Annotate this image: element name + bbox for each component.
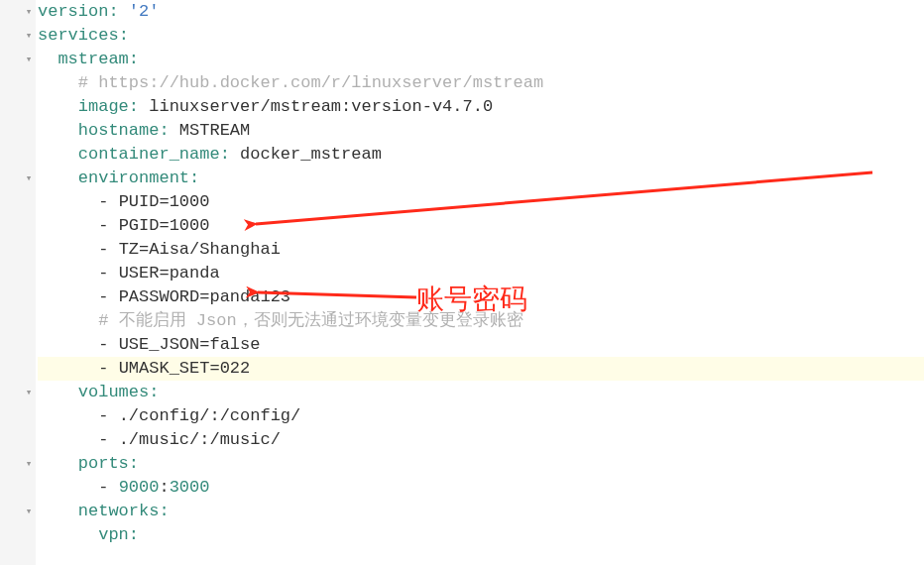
port-host: 9000 (119, 478, 160, 497)
fold-marker-icon[interactable]: ▾ (22, 24, 36, 48)
yaml-key: version (38, 2, 108, 21)
yaml-key: hostname (78, 121, 160, 140)
env-var: USE_JSON=false (119, 335, 261, 354)
yaml-key: mstream (58, 50, 128, 68)
code-editor: ▾ ▾ ▾ ▾ ▾ ▾ ▾ version: '2' services: mst… (0, 0, 924, 565)
env-var: PUID=1000 (119, 192, 210, 211)
fold-marker-icon[interactable]: ▾ (22, 0, 36, 24)
yaml-key: volumes (78, 383, 149, 401)
code-line: networks: (38, 500, 924, 523)
fold-marker-icon (22, 143, 36, 167)
code-line: - PGID=1000 (38, 214, 924, 238)
line-number-gutter (0, 0, 22, 565)
code-line: mstream: (38, 48, 924, 71)
volume-mapping: ./music/:/music/ (119, 430, 281, 449)
code-line: - PUID=1000 (38, 190, 924, 214)
code-line: # https://hub.docker.com/r/linuxserver/m… (38, 71, 924, 95)
fold-marker-icon (22, 523, 36, 547)
code-line: - TZ=Aisa/Shanghai (38, 238, 924, 262)
fold-marker-icon (22, 428, 36, 452)
fold-marker-icon (22, 71, 36, 95)
env-var: PASSWORD=panda123 (119, 287, 290, 306)
yaml-key: services (38, 26, 119, 45)
yaml-value: '2' (129, 2, 160, 21)
fold-marker-icon (22, 238, 36, 262)
code-line: version: '2' (38, 0, 924, 24)
fold-marker-icon (22, 214, 36, 238)
annotation-label: 账号密码 (416, 287, 527, 311)
code-line: services: (38, 24, 924, 48)
fold-marker-icon (22, 190, 36, 214)
fold-marker-icon (22, 95, 36, 119)
env-var: USER=panda (119, 264, 220, 282)
fold-marker-icon (22, 285, 36, 309)
fold-marker-icon (22, 476, 36, 500)
yaml-key: image (78, 97, 129, 116)
fold-marker-icon (22, 404, 36, 428)
code-line: image: linuxserver/mstream:version-v4.7.… (38, 95, 924, 119)
env-var: PGID=1000 (119, 216, 210, 235)
code-area[interactable]: version: '2' services: mstream: # https:… (36, 0, 924, 565)
fold-gutter: ▾ ▾ ▾ ▾ ▾ ▾ ▾ (22, 0, 36, 565)
code-line-highlighted: - UMASK_SET=022 (38, 357, 924, 381)
fold-marker-icon[interactable]: ▾ (22, 452, 36, 476)
yaml-value: linuxserver/mstream:version-v4.7.0 (149, 97, 493, 116)
yaml-key: ports (78, 454, 129, 473)
yaml-key: container_name (78, 145, 220, 164)
code-line: hostname: MSTREAM (38, 119, 924, 143)
yaml-value: MSTREAM (179, 121, 250, 140)
fold-marker-icon[interactable]: ▾ (22, 167, 36, 190)
yaml-value: docker_mstream (240, 145, 382, 164)
fold-marker-icon (22, 357, 36, 381)
fold-marker-icon[interactable]: ▾ (22, 381, 36, 404)
code-line: environment: (38, 167, 924, 190)
code-line: - ./config/:/config/ (38, 404, 924, 428)
env-var: TZ=Aisa/Shanghai (119, 240, 281, 259)
yaml-key: environment (78, 169, 189, 187)
fold-marker-icon (22, 262, 36, 285)
code-line: - 9000:3000 (38, 476, 924, 500)
yaml-key: networks (78, 502, 160, 520)
port-container: 3000 (170, 478, 210, 497)
fold-marker-icon[interactable]: ▾ (22, 48, 36, 71)
fold-marker-icon (22, 119, 36, 143)
code-line: volumes: (38, 381, 924, 404)
code-line: container_name: docker_mstream (38, 143, 924, 167)
fold-marker-icon[interactable]: ▾ (22, 500, 36, 523)
fold-marker-icon (22, 309, 36, 333)
fold-marker-icon (22, 333, 36, 357)
code-line: - USER=panda (38, 262, 924, 285)
code-line: ports: (38, 452, 924, 476)
code-line: - USE_JSON=false (38, 333, 924, 357)
env-var: UMASK_SET=022 (119, 359, 251, 378)
code-line: - ./music/:/music/ (38, 428, 924, 452)
yaml-key: vpn (98, 525, 129, 544)
yaml-comment: # https://hub.docker.com/r/linuxserver/m… (78, 73, 543, 92)
volume-mapping: ./config/:/config/ (119, 406, 301, 425)
code-line: vpn: (38, 523, 924, 547)
